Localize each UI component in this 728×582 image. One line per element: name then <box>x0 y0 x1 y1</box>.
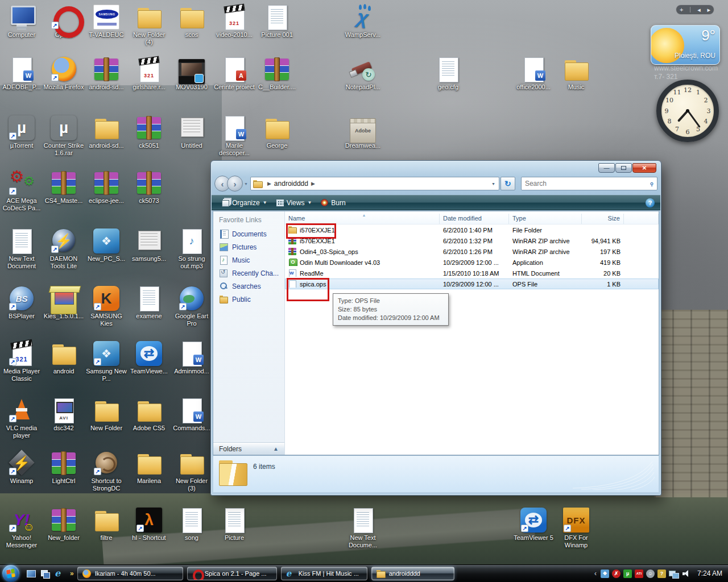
desktop-icon[interactable]: AdobeDreamwea... <box>342 115 383 149</box>
desktop-icon[interactable]: K↗SAMSUNG Kies <box>86 286 127 327</box>
taskbar-button[interactable]: Ikariam - 4h 40m 50... <box>77 567 183 580</box>
desktop-icon[interactable]: Picture 001 <box>257 5 297 39</box>
desktop-icon[interactable]: New Folder (4) <box>129 5 169 46</box>
desktop-icon[interactable]: WMarile descoper... <box>214 115 255 157</box>
sidebar-item-pictures[interactable]: Pictures <box>213 240 284 253</box>
desktop-icon[interactable]: µ↗µTorrent <box>1 115 42 149</box>
desktop-icon[interactable]: Computer <box>1 5 42 39</box>
tray-expand-chevron[interactable]: ‹ <box>594 569 597 577</box>
file-row[interactable]: Odin Multi Downloader v4.0310/29/2009 12… <box>285 257 659 268</box>
add-gadget-button[interactable]: + <box>680 7 683 13</box>
antivirus-tray-icon[interactable]: ✗ <box>612 569 621 578</box>
desktop-icon[interactable]: New Folder (3) <box>171 451 212 492</box>
taskbar-button[interactable]: eKiss FM | Hit Music ... <box>281 567 367 580</box>
network-icon[interactable] <box>669 569 679 578</box>
weather-gadget[interactable]: 9° Ploieşti, ROU <box>651 25 720 65</box>
desktop-icon[interactable]: Picture <box>214 508 255 542</box>
desktop-icon[interactable]: eclipse-jee... <box>86 171 127 205</box>
breadcrumb-folder[interactable]: androidddd <box>274 180 308 188</box>
desktop-icon[interactable]: LightCtrl <box>43 451 84 485</box>
desktop-icon[interactable]: New_folder <box>43 508 84 542</box>
clock-gadget[interactable]: 123456789101112 <box>656 80 719 142</box>
desktop-icon[interactable]: Adobe CS5 <box>129 398 169 432</box>
desktop-icon[interactable]: filtre <box>86 508 127 542</box>
sidebar-item-searches[interactable]: Searches <box>213 280 284 293</box>
desktop-icon[interactable]: ⚡↗DAEMON Tools Lite <box>43 228 84 270</box>
forward-button[interactable]: › <box>227 176 243 192</box>
search-box[interactable]: ⌕ <box>521 177 657 190</box>
desktop-icon[interactable]: 321girlshare.r... <box>129 57 169 91</box>
column-header-type[interactable]: Type <box>509 214 582 224</box>
taskbar-clock[interactable]: 7:24 AM <box>697 569 722 577</box>
folders-expander[interactable]: Folders ▲ <box>213 442 284 455</box>
sidebar-item-music[interactable]: Music <box>213 253 284 267</box>
desktop-icon[interactable]: χWampServ... <box>342 5 383 39</box>
column-header-size[interactable]: Size <box>582 214 624 224</box>
organize-button[interactable]: Organize ▼ <box>217 197 272 209</box>
desktop-icon[interactable]: Kies_1.5.0.1... <box>43 286 84 320</box>
desktop-icon[interactable]: 321video-2010... <box>214 5 255 39</box>
burn-button[interactable]: Burn <box>316 197 350 209</box>
utorrent-tray-icon[interactable]: µ <box>623 569 632 578</box>
desktop-icon[interactable]: Y!↗Yahoo! Messenger <box>1 508 42 549</box>
daemon-tray-icon[interactable]: ❖ <box>601 569 609 578</box>
desktop-icon[interactable]: ↗Opera <box>43 5 84 39</box>
column-header-name[interactable]: Name▲ <box>285 214 440 224</box>
maximize-button[interactable] <box>615 163 632 173</box>
file-row[interactable]: i570EXXJE16/2/2010 1:32 PMWinRAR ZIP arc… <box>285 235 659 246</box>
desktop-icon[interactable]: ck5051 <box>129 115 169 149</box>
gadget-controls[interactable]: + ◂ ▸ <box>676 5 714 15</box>
desktop-icon[interactable]: WCommands... <box>171 398 212 432</box>
internet-explorer-icon[interactable]: e <box>55 569 64 578</box>
desktop-icon[interactable]: ↗ACE Mega CoDecS Pa... <box>1 171 42 212</box>
refresh-button[interactable]: ↻ <box>500 177 515 190</box>
column-header-date-modified[interactable]: Date modified <box>440 214 509 224</box>
file-row[interactable]: Odin4_03-Spica_ops6/2/2010 1:26 PMWinRAR… <box>285 246 659 257</box>
breadcrumb[interactable]: ▶ androidddd ▶ ▼ <box>250 177 499 190</box>
desktop-icon[interactable]: MOV03190 <box>171 57 212 91</box>
desktop-icon[interactable]: New Folder <box>86 398 127 432</box>
desktop-icon[interactable]: ↗Google Eart Pro <box>171 286 212 327</box>
taskbar-button[interactable]: androidddd <box>371 567 454 580</box>
taskbar-button[interactable]: Spica on 2.1 - Page ... <box>187 567 277 580</box>
start-button[interactable] <box>2 565 19 582</box>
file-row[interactable]: spica.ops10/29/2009 12:00 ...OPS File1 K… <box>285 278 659 289</box>
volume-icon[interactable] <box>682 569 691 578</box>
show-desktop-icon[interactable] <box>26 569 36 578</box>
ati-tray-icon[interactable]: ATI <box>635 569 643 578</box>
language-tray-icon[interactable]: ? <box>657 569 666 578</box>
desktop-icon[interactable]: ↻NotepadPl... <box>342 57 383 91</box>
close-button[interactable]: ✕ <box>632 163 656 173</box>
desktop-icon[interactable]: scos <box>171 5 212 39</box>
desktop-icon[interactable]: ⇄TeamViewe... <box>129 341 169 375</box>
desktop-icon[interactable]: song <box>171 508 212 542</box>
desktop-icon[interactable]: examene <box>129 286 169 320</box>
desktop-icon[interactable]: New Text Document <box>1 228 42 270</box>
desktop-icon[interactable]: 321↗Media Player Classic <box>1 341 42 383</box>
desktop-icon[interactable]: ⇄↗TeamViewer 5 <box>513 508 554 542</box>
desktop-icon[interactable]: ACerinte proiect <box>214 57 255 91</box>
minimize-button[interactable]: — <box>598 163 615 173</box>
next-gadget-button[interactable]: ▸ <box>708 7 711 13</box>
file-row[interactable]: i570EXXJE16/2/2010 1:40 PMFile Folder <box>285 225 659 235</box>
search-input[interactable] <box>525 180 650 188</box>
sidebar-item-public[interactable]: Public <box>213 293 284 306</box>
desktop-icon[interactable]: New Text Docume... <box>342 508 383 549</box>
desktop-icon[interactable]: CS4_Maste... <box>43 171 84 205</box>
desktop-icon[interactable]: ↗Mozilla Firefox <box>43 57 84 91</box>
desktop-icon[interactable]: BS↗BSPlayer <box>1 286 42 320</box>
desktop-icon[interactable]: android-sd... <box>86 115 127 149</box>
messenger-tray-icon[interactable]: ☺ <box>646 569 655 578</box>
desktop-icon[interactable]: C__Builder.... <box>257 57 297 91</box>
desktop-icon[interactable]: AVIdsc342 <box>43 398 84 432</box>
desktop-icon[interactable]: samsung5... <box>129 228 169 263</box>
recent-pages-dropdown[interactable]: ▼ <box>244 182 248 186</box>
desktop-icon[interactable]: Untitled <box>171 115 212 149</box>
desktop-icon[interactable]: ↗VLC media player <box>1 398 42 439</box>
address-dropdown-icon[interactable]: ▼ <box>490 182 497 186</box>
desktop-icon[interactable]: ck5073 <box>129 171 169 205</box>
desktop-icon[interactable]: DFX↗DFX For Winamp <box>556 508 597 549</box>
quick-launch-overflow-chevron[interactable]: » <box>70 569 74 577</box>
desktop-icon[interactable]: android <box>43 341 84 375</box>
sidebar-item-recently-cha[interactable]: Recently Cha... <box>213 267 284 280</box>
